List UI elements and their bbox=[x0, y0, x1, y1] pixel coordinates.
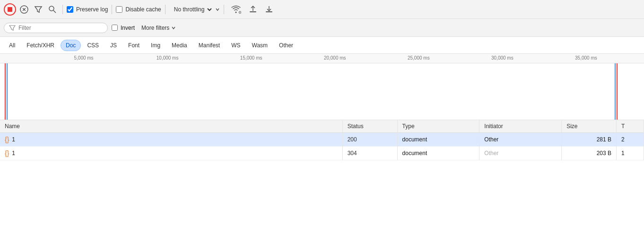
invert-checkbox[interactable] bbox=[112, 25, 118, 31]
col-size: Size bbox=[562, 120, 617, 133]
svg-marker-12 bbox=[9, 26, 15, 30]
cell-name: {}1 bbox=[0, 133, 342, 147]
cell-type: document bbox=[397, 133, 479, 147]
table-row[interactable]: {}1304documentOther203 B1 bbox=[0, 147, 644, 160]
wifi-icon: ⚙ bbox=[231, 5, 241, 14]
stop-button[interactable] bbox=[4, 3, 16, 16]
preserve-log-text: Preserve log bbox=[76, 6, 108, 13]
vline-blue-right bbox=[615, 63, 616, 120]
ruler-mark: 5,000 ms bbox=[74, 55, 93, 61]
timeline-content bbox=[0, 63, 644, 120]
svg-text:⚙: ⚙ bbox=[238, 10, 241, 14]
network-table: Name Status Type Initiator Size T {}1200… bbox=[0, 120, 644, 160]
row-name: 1 bbox=[12, 136, 15, 143]
divider4 bbox=[224, 5, 224, 14]
cell-size: 281 B bbox=[562, 133, 617, 147]
more-filters-text: More filters bbox=[141, 25, 169, 31]
table-header-row: Name Status Type Initiator Size T bbox=[0, 120, 644, 133]
type-tab-css[interactable]: CSS bbox=[82, 40, 104, 51]
vline-red-right bbox=[617, 63, 618, 120]
fetch-icon: {} bbox=[5, 149, 9, 157]
table-row[interactable]: {}1200documentOther281 B2 bbox=[0, 133, 644, 147]
svg-point-4 bbox=[49, 6, 54, 11]
clear-icon bbox=[20, 5, 28, 14]
vline-blue-left bbox=[7, 63, 8, 120]
search-icon bbox=[48, 5, 57, 14]
cell-initiator: Other bbox=[479, 147, 562, 160]
preserve-log-checkbox[interactable] bbox=[67, 6, 73, 13]
type-tab-wasm[interactable]: Wasm bbox=[247, 40, 273, 51]
filter-input-icon bbox=[9, 25, 16, 31]
type-tab-font[interactable]: Font bbox=[123, 40, 145, 51]
type-tab-fetch-xhr[interactable]: Fetch/XHR bbox=[21, 40, 60, 51]
search-button[interactable] bbox=[46, 3, 59, 16]
type-tab-other[interactable]: Other bbox=[274, 40, 298, 51]
col-status: Status bbox=[342, 120, 397, 133]
cell-name: {}1 bbox=[0, 147, 342, 160]
throttling-wrapper: No throttling Slow 3G Fast 3G bbox=[171, 5, 220, 14]
ruler-mark: 20,000 ms bbox=[324, 55, 346, 61]
chevron-down-icon bbox=[215, 7, 220, 12]
cell-initiator: Other bbox=[479, 133, 562, 147]
ruler-mark: 15,000 ms bbox=[240, 55, 262, 61]
ruler-mark: 30,000 ms bbox=[491, 55, 513, 61]
vline-red-left bbox=[5, 63, 6, 120]
toolbar-row1: Preserve log Disable cache No throttling… bbox=[0, 0, 644, 19]
filter-button[interactable] bbox=[32, 3, 44, 16]
disable-cache-checkbox[interactable] bbox=[116, 6, 122, 13]
type-tab-media[interactable]: Media bbox=[166, 40, 192, 51]
col-initiator: Initiator bbox=[479, 120, 562, 133]
divider3 bbox=[165, 5, 165, 14]
throttling-select[interactable]: No throttling Slow 3G Fast 3G bbox=[171, 5, 213, 14]
ruler-mark: 25,000 ms bbox=[408, 55, 430, 61]
import-button[interactable] bbox=[246, 3, 260, 16]
svg-line-5 bbox=[53, 10, 56, 13]
invert-text: Invert bbox=[121, 25, 135, 31]
table-body: {}1200documentOther281 B2{}1304documentO… bbox=[0, 133, 644, 160]
table-header: Name Status Type Initiator Size T bbox=[0, 120, 644, 133]
cell-status: 200 bbox=[342, 133, 397, 147]
filter-input-wrapper bbox=[4, 23, 108, 33]
download-icon bbox=[265, 5, 273, 14]
type-tab-img[interactable]: Img bbox=[146, 40, 165, 51]
export-button[interactable] bbox=[262, 3, 276, 16]
type-tab-manifest[interactable]: Manifest bbox=[193, 40, 225, 51]
fetch-icon: {} bbox=[5, 136, 9, 143]
cell-status: 304 bbox=[342, 147, 397, 160]
cell-size: 203 B bbox=[562, 147, 617, 160]
type-tab-doc[interactable]: Doc bbox=[61, 40, 81, 51]
table-wrapper: Name Status Type Initiator Size T {}1200… bbox=[0, 120, 644, 160]
divider1 bbox=[62, 5, 63, 14]
more-filters-button[interactable]: More filters bbox=[139, 23, 179, 33]
divider2 bbox=[112, 5, 112, 14]
toolbar-row2: Invert More filters bbox=[0, 19, 644, 37]
col-name: Name bbox=[0, 120, 342, 133]
ruler-mark: 10,000 ms bbox=[157, 55, 179, 61]
upload-icon bbox=[249, 5, 257, 14]
cell-type: document bbox=[397, 147, 479, 160]
timeline-ruler: 5,000 ms10,000 ms15,000 ms20,000 ms25,00… bbox=[0, 54, 644, 63]
row-name: 1 bbox=[12, 150, 15, 157]
filter-input[interactable] bbox=[18, 25, 94, 31]
type-tab-ws[interactable]: WS bbox=[226, 40, 245, 51]
type-tabs-row: AllFetch/XHRDocCSSJSFontImgMediaManifest… bbox=[0, 37, 644, 54]
cell-extra: 2 bbox=[617, 133, 644, 147]
cell-extra: 1 bbox=[617, 147, 644, 160]
type-tab-all[interactable]: All bbox=[4, 40, 20, 51]
disable-cache-label[interactable]: Disable cache bbox=[116, 6, 161, 13]
disable-cache-text: Disable cache bbox=[125, 6, 161, 13]
col-time: T bbox=[617, 120, 644, 133]
filter-icon bbox=[34, 5, 43, 14]
type-tab-js[interactable]: JS bbox=[105, 40, 122, 51]
timeline-area: 5,000 ms10,000 ms15,000 ms20,000 ms25,00… bbox=[0, 54, 644, 120]
network-conditions-button[interactable]: ⚙ bbox=[228, 3, 244, 16]
clear-button[interactable] bbox=[18, 3, 30, 16]
svg-rect-8 bbox=[250, 11, 256, 12]
ruler-mark: 35,000 ms bbox=[575, 55, 597, 61]
svg-point-6 bbox=[235, 11, 236, 13]
invert-label[interactable]: Invert bbox=[112, 25, 135, 31]
stop-icon bbox=[8, 7, 12, 12]
preserve-log-label[interactable]: Preserve log bbox=[67, 6, 108, 13]
svg-marker-3 bbox=[35, 7, 42, 12]
svg-rect-10 bbox=[266, 11, 272, 12]
